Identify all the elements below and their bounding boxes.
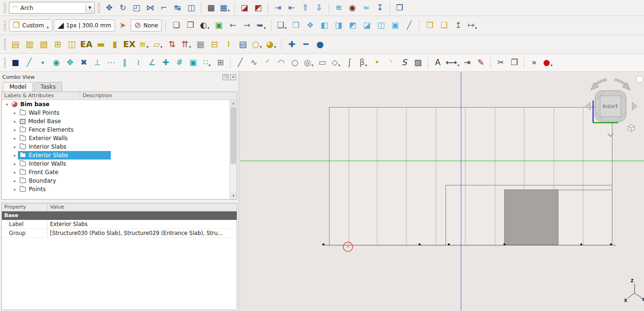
dropdown-arrow-icon[interactable]: ▾	[339, 63, 340, 69]
draw-style-icon[interactable]: ◐▾	[198, 19, 211, 32]
expander-icon[interactable]: ▸	[12, 111, 18, 115]
draft-offset-icon[interactable]: ⌐	[157, 1, 170, 15]
viewport-canvas[interactable]: RIGHT Z X Y	[240, 72, 644, 311]
structure-icon[interactable]: ◫	[66, 38, 78, 51]
ellipse-tool-icon[interactable]: ◎▾	[302, 56, 315, 69]
dropdown-arrow-icon[interactable]: ▾	[260, 45, 262, 50]
add-component-icon[interactable]: ✚	[285, 38, 298, 51]
arc-3points-tool-icon[interactable]: ◠	[275, 56, 288, 69]
constraint-coincident-icon[interactable]: ∙	[36, 56, 49, 69]
tree-item[interactable]: ▾Bim base	[2, 100, 230, 109]
export-icon[interactable]: ↥	[452, 19, 464, 32]
toolbar-handle[interactable]	[4, 3, 6, 13]
close-panel-button[interactable]: ✕	[230, 74, 236, 80]
line-tool-icon[interactable]: ╱	[234, 56, 247, 69]
grid-icon[interactable]: ▦	[194, 38, 206, 51]
expander-icon[interactable]: ▸	[12, 162, 18, 166]
toolbar-handle[interactable]	[4, 58, 6, 68]
pipe-icon[interactable]: ○▾	[250, 38, 263, 51]
property-header-value[interactable]: Value	[48, 203, 237, 211]
constraint-symmetric-icon[interactable]: ✥	[64, 56, 76, 69]
constraint-distance-icon[interactable]: ⋯	[105, 56, 117, 69]
window-icon[interactable]: ⊞	[51, 38, 64, 51]
open-file-icon[interactable]: ❑	[438, 19, 450, 32]
tree-item[interactable]: ▸Fence Elements	[2, 126, 230, 134]
wall-icon[interactable]: ▥	[23, 38, 36, 51]
stylesheet-icon[interactable]: S	[398, 56, 411, 69]
constraint-parallel-icon[interactable]: ∥	[118, 56, 131, 69]
facebinder-icon[interactable]: ▩	[205, 1, 217, 15]
dropdown-arrow-icon[interactable]: ▾	[228, 8, 230, 14]
view-3d-icon[interactable]: ❒	[393, 1, 406, 15]
view-front-icon[interactable]: ◨	[332, 19, 345, 32]
building-elevation[interactable]	[323, 107, 616, 245]
dropdown-arrow-icon[interactable]: ▾	[311, 63, 313, 69]
property-header[interactable]: Property Value	[2, 203, 237, 211]
ifc-explorer-icon[interactable]: ◉	[346, 1, 359, 15]
tree-header[interactable]: Labels & Attributes Description	[2, 92, 237, 100]
mini-cube-icon[interactable]	[628, 125, 635, 132]
toolbar-handle[interactable]	[4, 39, 6, 50]
constraint-lock-icon[interactable]: ■	[9, 56, 22, 69]
split-icon[interactable]: ⇤	[285, 1, 298, 15]
panel-icon[interactable]: ▱▾	[151, 38, 164, 51]
view-top-icon[interactable]: ◩	[346, 19, 359, 32]
join-icon[interactable]: ⇥	[272, 1, 284, 15]
property-value[interactable]: [Structure030 (Patio Slab), Structure029…	[48, 229, 237, 237]
levels-icon[interactable]: ≃	[360, 1, 372, 15]
expander-icon[interactable]: ▸	[12, 145, 18, 149]
part-box-icon[interactable]: ❒	[423, 19, 436, 32]
polyline-tool-icon[interactable]: ∿	[248, 56, 260, 69]
property-header-name[interactable]: Property	[2, 203, 48, 211]
ifc-import-icon[interactable]: ↧	[373, 1, 386, 15]
panel-splitter[interactable]	[1, 200, 237, 203]
tab-tasks[interactable]: Tasks	[34, 82, 62, 92]
array-tools-icon[interactable]: ▦▾	[218, 1, 231, 15]
dropdown-arrow-icon[interactable]: ▾	[207, 26, 209, 32]
toolbar-handle[interactable]	[98, 3, 100, 13]
cut-plane-icon[interactable]: ◪	[238, 1, 251, 15]
tree-item[interactable]: ▸Boundary	[2, 177, 230, 185]
toolbar-handle[interactable]	[4, 20, 6, 31]
downgrade-icon[interactable]: ⇩	[313, 1, 325, 15]
annotation-arrow-icon[interactable]: ➤	[116, 19, 129, 32]
polygon-tool-icon[interactable]: ◇▾	[330, 56, 342, 69]
text-tool-icon[interactable]: A	[431, 56, 444, 69]
float-panel-button[interactable]: ❐	[223, 74, 229, 80]
scroll-up-icon[interactable]: ▴	[230, 100, 237, 107]
tree-header-labels[interactable]: Labels & Attributes	[2, 92, 80, 100]
bim-project-icon[interactable]: ▤	[9, 38, 22, 51]
draft-move-icon[interactable]: ✥	[103, 1, 116, 15]
dropdown-arrow-icon[interactable]: ▼	[85, 3, 94, 13]
dropdown-arrow-icon[interactable]: ▾	[264, 26, 266, 32]
snap-toggle-icon[interactable]: ✚	[159, 56, 172, 69]
nav-back-icon[interactable]: ←	[226, 19, 239, 32]
grid-toggle-icon[interactable]: ▣	[187, 56, 199, 69]
view-rear-icon[interactable]: ◫	[374, 19, 387, 32]
scroll-down-icon[interactable]: ▾	[230, 193, 237, 199]
profile-ex-icon[interactable]: EX	[123, 38, 136, 51]
rebar-icon[interactable]: ≡▾	[137, 38, 150, 51]
draft-scale-icon[interactable]: ◰	[130, 1, 143, 15]
draft-mirror-icon[interactable]: ⋈	[144, 1, 157, 15]
view-fit-icon[interactable]: ❖	[304, 19, 316, 32]
paste-icon[interactable]: ❐	[508, 56, 520, 69]
macro-record-icon[interactable]: ●▾	[541, 56, 554, 69]
selection-view-icon[interactable]: ▣	[212, 19, 225, 32]
selection-back-icon[interactable]: ❐	[184, 19, 197, 32]
dropdown-arrow-icon[interactable]: ▾	[285, 26, 287, 32]
constraint-perpendicular-icon[interactable]: ⊥	[91, 56, 104, 69]
bim-setup-icon[interactable]: ●	[314, 38, 326, 51]
arc-tool-icon[interactable]: ◜	[261, 56, 274, 69]
dropdown-arrow-icon[interactable]: ▾	[274, 45, 276, 50]
share-icon[interactable]: ↦▾	[466, 19, 479, 32]
beam-icon[interactable]: ▬	[94, 38, 107, 51]
dropdown-arrow-icon[interactable]: ▾	[47, 25, 49, 31]
rectangle-tool-icon[interactable]: ▭	[316, 56, 329, 69]
material-icon[interactable]: ◕▾	[264, 38, 277, 51]
toolbar-overflow-icon[interactable]: »	[528, 56, 540, 69]
section-plane-icon[interactable]: ⊟	[208, 38, 221, 51]
bounding-box-icon[interactable]: ❒	[289, 19, 302, 32]
upgrade-icon[interactable]: ⇧	[299, 1, 312, 15]
dropdown-arrow-icon[interactable]: ▾	[365, 63, 367, 69]
